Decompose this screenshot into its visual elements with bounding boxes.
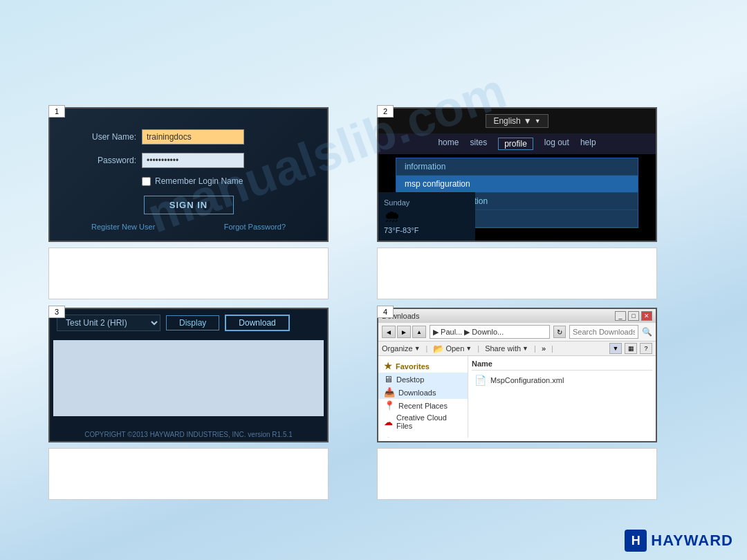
caption-right-1 (377, 248, 657, 299)
password-label: Password: (77, 156, 136, 165)
back-button[interactable]: ◄ (382, 326, 396, 338)
creative-cloud-icon: ☁ (384, 417, 393, 427)
xml-file-icon: 📄 (474, 375, 486, 386)
nav-arrows: ◄ ► ▲ (382, 326, 426, 338)
sidebar-item-recent[interactable]: 📍 Recent Places (378, 399, 468, 412)
nav-logout[interactable]: log out (544, 138, 569, 150)
up-button[interactable]: ▲ (412, 326, 426, 338)
sidebar-item-creative-cloud[interactable]: ☁ Creative Cloud Files (378, 412, 468, 431)
sidebar-item-desktop[interactable]: 🖥 Desktop (378, 373, 468, 386)
weather-icon: 🌧 (384, 207, 418, 226)
search-icon[interactable]: 🔍 (642, 327, 652, 337)
toolbar-separator-2: | (477, 344, 479, 353)
view-menu-button[interactable]: ▼ (609, 343, 622, 354)
profile-menu-information[interactable]: information (396, 158, 638, 176)
hayward-logo: H HAYWARD (625, 530, 733, 552)
hayward-logo-icon: H (625, 530, 647, 552)
close-button[interactable]: ✕ (641, 311, 652, 321)
dropdown-arrow-icon: ▼ (524, 116, 532, 126)
nav-sites[interactable]: sites (470, 138, 487, 150)
sidebar-item-libraries[interactable]: 📚 Libraries (378, 436, 468, 438)
language-selector[interactable]: English ▼ (486, 114, 548, 128)
file-list-header: Name (472, 360, 652, 371)
login-screenshot: User Name: Password: Remember Login Name… (48, 107, 329, 242)
sign-in-button[interactable]: SIGN IN (144, 196, 234, 214)
libraries-icon: 📚 (384, 437, 395, 438)
organize-button[interactable]: Organize▼ (382, 344, 421, 353)
username-label: User Name: (77, 132, 136, 142)
username-row: User Name: (77, 129, 299, 144)
favorites-icon: ★ (384, 361, 392, 371)
search-input[interactable] (569, 325, 638, 339)
address-bar[interactable] (430, 325, 550, 339)
toolbar-separator-4: | (551, 344, 553, 353)
share-button[interactable]: Share with▼ (485, 344, 528, 353)
login-form: User Name: Password: Remember Login Name… (50, 109, 327, 242)
profile-menu-msp-config[interactable]: msp configuration (396, 176, 638, 193)
file-item-xml[interactable]: 📄 MspConfiguration.xml (472, 373, 652, 387)
remember-label: Remember Login Name (155, 176, 243, 186)
display-button[interactable]: Display (166, 315, 219, 330)
maximize-button[interactable]: □ (628, 311, 639, 321)
password-row: Password: (77, 153, 299, 168)
login-links: Register New User Forgot Password? (77, 223, 299, 231)
more-options[interactable]: » (542, 344, 546, 353)
weather-day: Sunday 🌧 73°F-83°F (384, 198, 418, 234)
download-screenshot: Test Unit 2 (HRI) Display Download COPYR… (48, 308, 329, 442)
step-label-1: 1 (48, 105, 65, 118)
weather-widget: Sunday 🌧 73°F-83°F (378, 192, 475, 241)
downloads-folder-icon: 📥 (384, 387, 395, 398)
caption-left-1 (48, 248, 329, 299)
profile-nav-links: home sites profile log out help (378, 133, 656, 154)
explorer-addressbar: ◄ ► ▲ ↻ 🔍 (378, 323, 656, 342)
step-label-4: 4 (377, 306, 394, 318)
view-controls: ▼ ▦ ? (609, 343, 652, 354)
language-label: English (493, 116, 520, 126)
explorer-toolbar: Organize▼ | 📂Open▼ | Share with▼ | » | ▼… (378, 342, 656, 356)
sidebar-item-favorites[interactable]: ★ Favorites (378, 360, 468, 373)
nav-home[interactable]: home (438, 138, 459, 150)
minimize-button[interactable]: _ (615, 311, 626, 321)
desktop-icon: 🖥 (384, 374, 393, 384)
weather-temp: 73°F-83°F (384, 226, 418, 234)
step-label-3: 3 (48, 306, 65, 318)
remember-checkbox[interactable] (142, 177, 151, 186)
refresh-button[interactable]: ↻ (553, 326, 566, 338)
forward-button[interactable]: ► (397, 326, 411, 338)
file-name: MspConfiguration.xml (490, 376, 564, 384)
nav-help[interactable]: help (580, 138, 596, 150)
username-input[interactable] (142, 129, 244, 144)
download-toolbar: Test Unit 2 (HRI) Display Download (50, 309, 327, 337)
explorer-main-area: ★ Favorites 🖥 Desktop 📥 Downloads 📍 Rece… (378, 356, 656, 438)
explorer-file-list: Name 📄 MspConfiguration.xml (468, 356, 656, 438)
toolbar-separator-1: | (426, 344, 428, 353)
register-link[interactable]: Register New User (91, 223, 155, 231)
recent-places-icon: 📍 (384, 400, 395, 411)
profile-screenshot: English ▼ home sites profile log out hel… (377, 107, 657, 242)
remember-row: Remember Login Name (142, 176, 299, 186)
forgot-password-link[interactable]: Forgot Password? (224, 223, 286, 231)
password-input[interactable] (142, 153, 244, 168)
grid-view-button[interactable]: ▦ (625, 343, 637, 354)
hayward-brand-name: HAYWARD (651, 532, 733, 550)
caption-left-2 (48, 448, 329, 500)
profile-content-area: Sunday 🌧 73°F-83°F information msp confi… (378, 154, 656, 232)
explorer-sidebar: ★ Favorites 🖥 Desktop 📥 Downloads 📍 Rece… (378, 356, 468, 438)
explorer-screenshot: Downloads _ □ ✕ ◄ ► ▲ ↻ 🔍 Organize▼ | 📂O… (377, 308, 657, 442)
profile-nav-bar: English ▼ (378, 109, 656, 133)
open-button[interactable]: 📂Open▼ (433, 344, 472, 354)
download-button[interactable]: Download (225, 315, 289, 331)
help-button[interactable]: ? (640, 343, 652, 354)
unit-selector[interactable]: Test Unit 2 (HRI) (57, 315, 160, 331)
toolbar-separator-3: | (534, 344, 536, 353)
explorer-titlebar: Downloads _ □ ✕ (378, 309, 656, 323)
step-label-2: 2 (377, 105, 394, 118)
sidebar-item-downloads[interactable]: 📥 Downloads (378, 386, 468, 399)
nav-profile[interactable]: profile (498, 138, 533, 150)
caption-right-2 (377, 448, 657, 500)
download-content-area (53, 340, 324, 416)
titlebar-buttons: _ □ ✕ (615, 311, 652, 321)
download-copyright: COPYRIGHT ©2013 HAYWARD INDUSTRIES, INC.… (50, 428, 327, 441)
